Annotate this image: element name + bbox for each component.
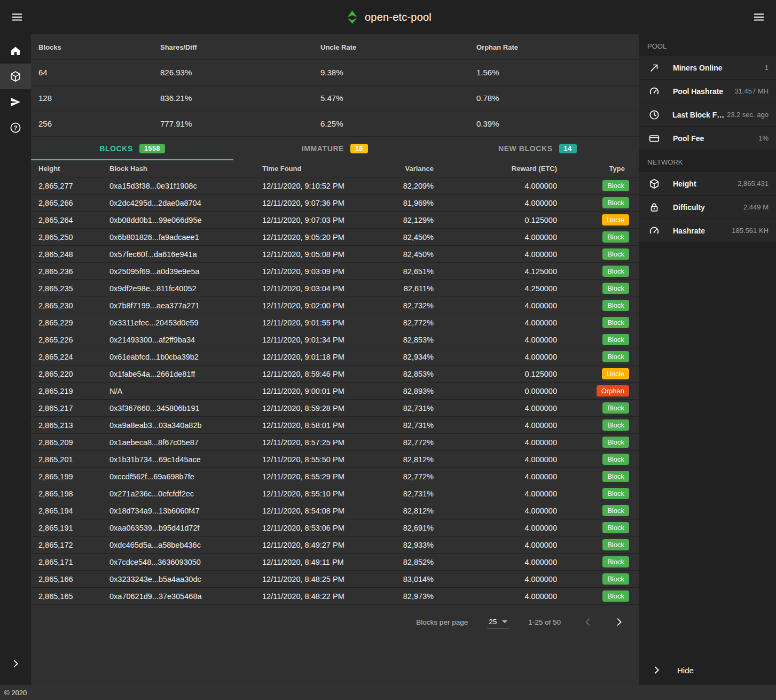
table-row[interactable]: 2,865,236 0x25095f69...a0d39e9e5a 12/11/… <box>31 263 639 280</box>
type-cell: Block <box>557 590 631 602</box>
table-row[interactable]: 2,865,165 0xa70621d9...37e305468a 12/11/… <box>31 588 639 605</box>
table-row[interactable]: 2,865,198 0x271a236c...0efcfdf2ec 12/11/… <box>31 485 639 502</box>
table-row[interactable]: 2,865,191 0xaa063539...b95d41d72f 12/11/… <box>31 519 639 536</box>
next-page-button[interactable] <box>611 614 627 630</box>
sidebar-item-payouts[interactable] <box>0 89 31 115</box>
right-menu-button[interactable] <box>748 6 770 28</box>
table-row[interactable]: 2,865,209 0x1aebeca8...8f67c05e87 12/11/… <box>31 434 639 451</box>
copyright-text: © 2020 <box>4 689 27 697</box>
time-found-cell: 12/11/2020, 9:00:01 PM <box>262 387 394 395</box>
reward-cell: 4.000000 <box>434 301 557 310</box>
sidebar-item-blocks[interactable] <box>0 64 31 89</box>
top-app-bar: open-etc-pool <box>0 0 776 34</box>
block-height-cell: 2,865,250 <box>38 233 109 242</box>
reward-cell: 4.000000 <box>434 404 557 413</box>
table-row[interactable]: 2,865,220 0x1fabe54a...2661de81ff 12/11/… <box>31 365 639 383</box>
table-row[interactable]: 2,865,166 0x3233243e...b5a4aa30dc 12/11/… <box>31 571 639 588</box>
table-row[interactable]: 2,865,248 0x57fec60f...da616e941a 12/11/… <box>31 246 639 263</box>
blocks-table-header: Height Block Hash Time Found Variance Re… <box>31 160 639 177</box>
reward-cell: 4.000000 <box>434 455 557 464</box>
reward-cell: 4.000000 <box>434 592 557 601</box>
stat-label: Difficulty <box>673 203 705 212</box>
chevron-right-icon <box>613 616 625 628</box>
main-content: Blocks Shares/Diff Uncle Rate Orphan Rat… <box>31 34 639 685</box>
type-cell: Block <box>557 437 631 448</box>
block-hash-cell: 0xa15d3f38...0e31f1908c <box>109 182 262 190</box>
sidebar-item-help[interactable]: ? <box>0 115 31 141</box>
table-row[interactable]: 2,865,171 0x7cdce548...3636093050 12/11/… <box>31 554 639 571</box>
column-header: Time Found <box>262 165 394 173</box>
stat-shares-diff-value: 836.21% <box>160 94 320 103</box>
lock-icon <box>648 201 661 213</box>
stat-list-item: Miners Online 1 <box>639 56 776 80</box>
stat-label: Pool Hashrate <box>673 87 723 96</box>
block-height-cell: 2,865,230 <box>38 301 109 310</box>
hide-sidebar-button[interactable]: Hide <box>639 655 776 685</box>
expand-sidebar-button[interactable] <box>0 649 31 679</box>
table-row[interactable]: 2,865,194 0x18d734a9...13b6060f47 12/11/… <box>31 502 639 519</box>
column-header: Uncle Rate <box>320 43 476 51</box>
table-row[interactable]: 2,865,229 0x3311efec...20453d0e59 12/11/… <box>31 314 639 331</box>
type-chip: Block <box>602 283 629 294</box>
type-cell: Block <box>557 283 631 294</box>
table-row[interactable]: 2,865,235 0x9df2e98e...811fc40052 12/11/… <box>31 280 639 297</box>
variance-cell: 82,772% <box>394 318 434 327</box>
block-hash-cell: 0x57fec60f...da616e941a <box>109 250 262 259</box>
table-row[interactable]: 2,865,250 0x6b801826...fa9adcaee1 12/11/… <box>31 229 639 246</box>
time-found-cell: 12/11/2020, 8:55:10 PM <box>262 489 394 498</box>
table-row[interactable]: 2,865,266 0x2dc4295d...2dae0a8704 12/11/… <box>31 195 639 212</box>
type-cell: Block <box>557 419 631 431</box>
block-height-cell: 2,865,224 <box>38 353 109 361</box>
sidebar-spacer <box>0 141 31 649</box>
table-row[interactable]: 2,865,277 0xa15d3f38...0e31f1908c 12/11/… <box>31 177 639 195</box>
block-hash-cell: 0x271a236c...0efcfdf2ec <box>109 489 262 498</box>
column-header: Type <box>557 165 631 173</box>
reward-cell: 4.000000 <box>434 472 557 481</box>
block-hash-cell: 0x2dc4295d...2dae0a8704 <box>109 199 262 207</box>
block-hash-cell: 0xaa063539...b95d41d72f <box>109 524 262 532</box>
reward-cell: 0.125000 <box>434 370 557 378</box>
variance-cell: 82,209% <box>394 182 434 190</box>
reward-cell: 4.000000 <box>434 250 557 259</box>
time-found-cell: 12/11/2020, 8:48:25 PM <box>262 575 394 584</box>
variance-cell: 82,450% <box>394 250 434 259</box>
table-row[interactable]: 2,865,201 0x1b31b734...69c1d45ace 12/11/… <box>31 451 639 468</box>
sidebar-item-home[interactable] <box>0 38 31 64</box>
type-cell: Block <box>557 231 631 243</box>
type-cell: Uncle <box>557 214 631 225</box>
previous-page-button[interactable] <box>580 614 596 630</box>
stat-value: 23.2 sec. ago <box>727 111 769 119</box>
table-row[interactable]: 2,865,217 0x3f367660...345806b191 12/11/… <box>31 400 639 417</box>
block-height-cell: 2,865,198 <box>38 489 109 498</box>
tab-label: BLOCKS <box>99 144 133 153</box>
stat-value: 1 <box>765 64 769 72</box>
table-row[interactable]: 2,865,219 N/A 12/11/2020, 9:00:01 PM 82,… <box>31 383 639 400</box>
block-hash-cell: 0x7b8f7199...aea377a271 <box>109 301 262 310</box>
stat-list-item: Hashrate 185.561 KH <box>639 219 776 243</box>
time-found-cell: 12/11/2020, 9:03:09 PM <box>262 267 394 276</box>
column-header: Shares/Diff <box>160 43 320 51</box>
time-found-cell: 12/11/2020, 9:03:04 PM <box>262 284 394 293</box>
variance-cell: 82,852% <box>394 558 434 566</box>
reward-cell: 4.000000 <box>434 353 557 361</box>
reward-cell: 4.000000 <box>434 421 557 430</box>
gauge-icon <box>648 225 661 237</box>
rows-per-page-select[interactable]: 25 <box>487 616 509 628</box>
time-found-cell: 12/11/2020, 8:48:22 PM <box>262 592 394 601</box>
tab-blocks[interactable]: BLOCKS 1558 <box>31 137 233 160</box>
block-height-cell: 2,865,201 <box>38 455 109 464</box>
stat-uncle-rate-value: 5.47% <box>320 94 476 103</box>
table-row[interactable]: 2,865,199 0xccdf562f...69a698b7fe 12/11/… <box>31 468 639 485</box>
table-row[interactable]: 2,865,172 0xdc465d5a...a58beb436c 12/11/… <box>31 536 639 554</box>
nav-menu-button[interactable] <box>6 6 28 28</box>
table-row[interactable]: 2,865,264 0xb08dd0b1...99e066d95e 12/11/… <box>31 212 639 229</box>
table-row[interactable]: 2,865,224 0x61eabfcd...1b0cba39b2 12/11/… <box>31 348 639 365</box>
block-height-cell: 2,865,248 <box>38 250 109 259</box>
table-row[interactable]: 2,865,226 0x21493300...af2ff9ba34 12/11/… <box>31 331 639 348</box>
tab-immature[interactable]: IMMATURE 16 <box>233 137 436 160</box>
stat-orphan-rate-value: 0.78% <box>476 94 631 103</box>
tab-new-blocks[interactable]: NEW BLOCKS 14 <box>436 137 639 160</box>
reward-cell: 4.125000 <box>434 267 557 276</box>
table-row[interactable]: 2,865,213 0xa9a8eab3...03a340a82b 12/11/… <box>31 417 639 434</box>
table-row[interactable]: 2,865,230 0x7b8f7199...aea377a271 12/11/… <box>31 297 639 314</box>
